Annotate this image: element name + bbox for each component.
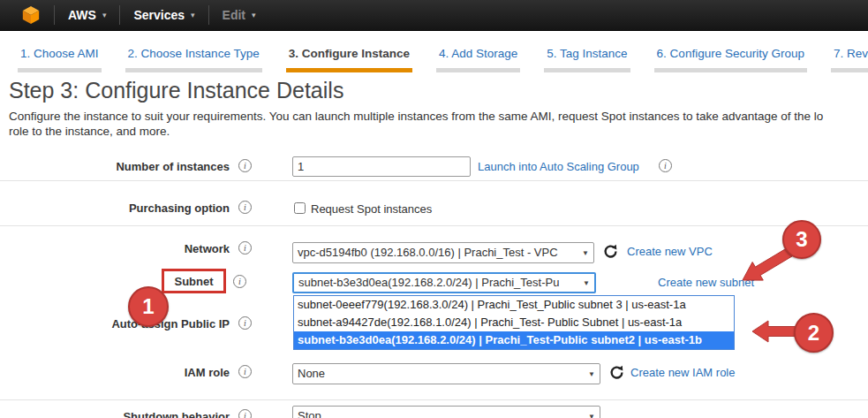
top-nav-bar: AWS ▾ Services ▾ Edit ▾ (0, 0, 868, 31)
select-caret-icon: ▼ (588, 414, 595, 418)
select-caret-icon: ▼ (588, 371, 595, 378)
nav-menu-edit[interactable]: Edit ▾ (223, 8, 256, 22)
subnet-label: Subnet (174, 275, 213, 288)
number-of-instances-label: Number of instances (0, 160, 230, 173)
tab-choose-instance-type[interactable]: 2. Choose Instance Type (125, 47, 262, 72)
tab-review[interactable]: 7. Review (831, 47, 868, 72)
subnet-dropdown-list: subnet-0eeef779(192.168.3.0/24) | Prachi… (293, 295, 735, 350)
network-select[interactable]: vpc-d5194fb0 (192.168.0.0/16) | Prachi_T… (292, 242, 594, 263)
tab-tag-instance[interactable]: 5. Tag Instance (544, 47, 630, 72)
chevron-down-icon: ▾ (102, 11, 107, 19)
info-icon[interactable]: i (238, 409, 252, 418)
network-label: Network (0, 242, 230, 255)
info-icon[interactable]: i (238, 241, 252, 255)
page-description: Configure the instance to suit your requ… (9, 109, 868, 139)
purchasing-option-label: Purchasing option (0, 201, 230, 215)
annotation-arrow-2 (752, 321, 799, 342)
iam-role-select[interactable]: None ▼ (292, 363, 600, 384)
select-caret-icon: ▼ (583, 280, 590, 287)
info-icon[interactable]: i (238, 201, 252, 214)
nav-menu-aws[interactable]: AWS ▾ (68, 8, 106, 22)
tab-choose-ami[interactable]: 1. Choose AMI (18, 47, 102, 72)
create-new-subnet-link[interactable]: Create new subnet (658, 276, 754, 289)
nav-services-label: Services (133, 8, 185, 22)
tab-add-storage[interactable]: 4. Add Storage (436, 47, 520, 72)
launch-into-auto-scaling-group-link[interactable]: Launch into Auto Scaling Group (478, 160, 639, 173)
wizard-step-tabs: 1. Choose AMI 2. Choose Instance Type 3.… (18, 47, 868, 72)
subnet-option-2[interactable]: subnet-a94427de(192.168.1.0/24) | Prachi… (294, 314, 734, 331)
chevron-down-icon: ▾ (252, 11, 256, 19)
tab-configure-instance[interactable]: 3. Configure Instance (286, 47, 412, 72)
row-divider (0, 399, 868, 400)
info-icon[interactable]: i (659, 159, 672, 172)
page-description-line2: role to the instance, and more. (9, 124, 868, 139)
tab-configure-security-group[interactable]: 6. Configure Security Group (654, 47, 807, 72)
subnet-label-red-callout-box: Subnet (162, 269, 226, 293)
info-icon[interactable]: i (233, 275, 246, 288)
aws-cube-logo-icon[interactable] (21, 5, 41, 25)
info-icon[interactable]: i (238, 316, 252, 330)
request-spot-instances-label: Request Spot instances (311, 202, 432, 216)
chevron-down-icon: ▾ (191, 11, 195, 19)
auto-assign-public-ip-label: Auto-assign Public IP (0, 317, 230, 331)
shutdown-behavior-label: Shutdown behavior (0, 410, 230, 418)
info-icon[interactable]: i (238, 159, 252, 172)
page-title: Step 3: Configure Instance Details (9, 78, 343, 103)
iam-role-select-value: None (298, 367, 325, 380)
nav-divider (54, 5, 55, 25)
subnet-select[interactable]: subnet-b3e3d0ea(192.168.2.0/24) | Prachi… (292, 272, 596, 293)
annotation-badge-1: 1 (128, 286, 169, 327)
number-of-instances-input[interactable] (292, 156, 471, 177)
shutdown-behavior-select[interactable]: Stop ▼ (292, 406, 600, 418)
subnet-option-1[interactable]: subnet-0eeef779(192.168.3.0/24) | Prachi… (294, 296, 734, 314)
refresh-iam-role-icon[interactable] (609, 365, 624, 384)
create-new-vpc-link[interactable]: Create new VPC (627, 245, 713, 258)
refresh-vpc-icon[interactable] (603, 244, 618, 262)
nav-divider (208, 5, 209, 25)
iam-role-label: IAM role (0, 366, 230, 379)
select-caret-icon: ▼ (582, 250, 589, 257)
annotation-badge-3: 3 (782, 220, 821, 259)
nav-edit-label: Edit (223, 8, 245, 22)
nav-divider (119, 5, 120, 25)
nav-aws-label: AWS (68, 8, 96, 22)
network-select-value: vpc-d5194fb0 (192.168.0.0/16) | Prachi_T… (298, 246, 558, 259)
annotation-badge-2: 2 (794, 313, 834, 353)
row-divider (0, 180, 868, 181)
aws-launch-wizard-screen: AWS ▾ Services ▾ Edit ▾ 1. Choose AMI 2.… (0, 0, 868, 418)
subnet-option-3-selected[interactable]: subnet-b3e3d0ea(192.168.2.0/24) | Prachi… (294, 331, 734, 349)
subnet-select-value: subnet-b3e3d0ea(192.168.2.0/24) | Prachi… (298, 276, 559, 289)
shutdown-behavior-select-value: Stop (298, 409, 321, 418)
create-new-iam-role-link[interactable]: Create new IAM role (630, 366, 736, 379)
request-spot-instances-checkbox[interactable] (294, 202, 306, 214)
info-icon[interactable]: i (238, 365, 252, 378)
row-divider (0, 225, 868, 226)
nav-menu-services[interactable]: Services ▾ (133, 8, 194, 22)
page-description-line1: Configure the instance to suit your requ… (9, 109, 868, 124)
